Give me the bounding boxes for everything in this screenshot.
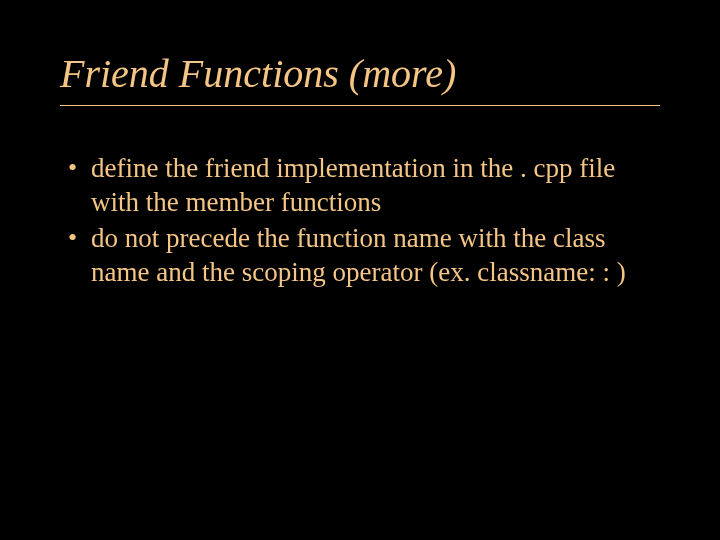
- list-item: • do not precede the function name with …: [68, 221, 660, 289]
- bullet-text: do not precede the function name with th…: [91, 221, 660, 289]
- bullet-list: • define the friend implementation in th…: [60, 151, 660, 289]
- slide-title: Friend Functions (more): [60, 50, 660, 97]
- slide-container: Friend Functions (more) • define the fri…: [0, 0, 720, 540]
- bullet-text: define the friend implementation in the …: [91, 151, 660, 219]
- list-item: • define the friend implementation in th…: [68, 151, 660, 219]
- bullet-marker-icon: •: [68, 221, 77, 255]
- bullet-marker-icon: •: [68, 151, 77, 185]
- title-underline: [60, 105, 660, 106]
